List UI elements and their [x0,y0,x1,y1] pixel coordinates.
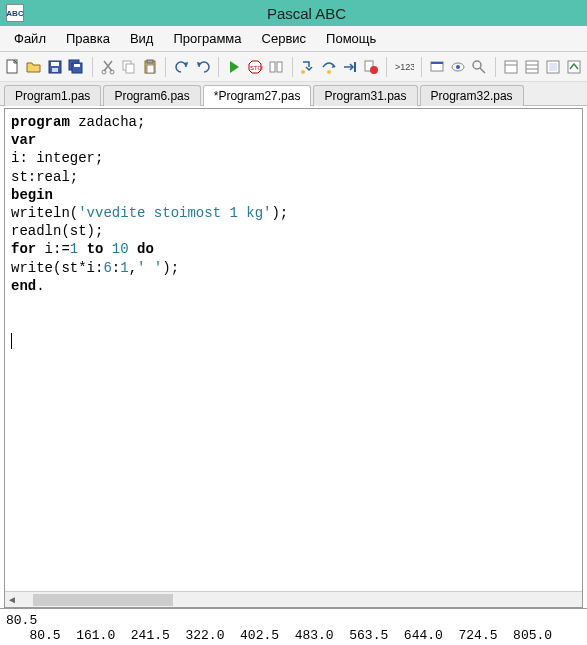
save-all-button[interactable] [67,56,86,78]
module-button-2[interactable] [522,56,541,78]
view-output-button[interactable] [428,56,447,78]
code-text: zadacha; [70,114,146,130]
svg-rect-13 [147,65,154,73]
code-text: ); [162,260,179,276]
compile-button[interactable] [267,56,286,78]
svg-point-27 [456,65,460,69]
editor-frame: program zadacha; var i: integer; st:real… [4,108,583,608]
code-text: st:real; [11,169,78,185]
step-over-button[interactable] [319,56,338,78]
menu-edit[interactable]: Правка [60,29,116,48]
run-to-cursor-button[interactable] [340,56,359,78]
svg-rect-30 [505,61,517,73]
toolbar-separator [292,57,293,77]
code-keyword: program [11,114,70,130]
new-file-button[interactable] [4,56,23,78]
scroll-left-arrow[interactable]: ◄ [5,593,19,607]
toggle-breakpoint-button[interactable] [361,56,380,78]
scroll-thumb[interactable] [33,594,173,606]
step-into-button[interactable] [298,56,317,78]
toolbar-separator [386,57,387,77]
code-keyword: var [11,132,36,148]
code-text: i:= [36,241,70,257]
code-text: , [129,260,137,276]
code-keyword: begin [11,187,53,203]
tab-strip: Program1.pas Program6.pas *Program27.pas… [0,82,587,106]
svg-rect-20 [354,62,356,72]
toolbar-separator [218,57,219,77]
svg-rect-17 [277,62,282,72]
svg-rect-10 [126,64,134,73]
code-text: i: integer; [11,150,103,166]
find-button[interactable] [470,56,489,78]
code-number: 1 [120,260,128,276]
code-number: 10 [112,241,129,257]
code-text: : [112,260,120,276]
code-text: writeln( [11,205,78,221]
code-keyword: for [11,241,36,257]
code-text: ); [271,205,288,221]
save-button[interactable] [46,56,65,78]
code-number: 1 [70,241,78,257]
run-button[interactable] [225,56,244,78]
svg-point-22 [370,66,378,74]
text-cursor [11,333,12,349]
code-number: 6 [103,260,111,276]
svg-rect-2 [51,62,59,66]
menu-help[interactable]: Помощь [320,29,382,48]
menu-view[interactable]: Вид [124,29,160,48]
code-text: readln(st); [11,223,103,239]
undo-button[interactable] [172,56,191,78]
paste-button[interactable] [140,56,159,78]
view-watch-button[interactable] [449,56,468,78]
svg-rect-12 [147,60,153,63]
module-button-1[interactable] [501,56,520,78]
svg-point-18 [301,70,305,74]
code-text: write(st*i: [11,260,103,276]
tab-program1[interactable]: Program1.pas [4,85,101,106]
toolbar-separator [495,57,496,77]
svg-rect-16 [270,62,275,72]
code-string: ' ' [137,260,162,276]
svg-point-28 [473,61,481,69]
cut-button[interactable] [99,56,118,78]
copy-button[interactable] [119,56,138,78]
menu-file[interactable]: Файл [8,29,52,48]
module-button-3[interactable] [543,56,562,78]
redo-button[interactable] [193,56,212,78]
svg-rect-25 [431,62,443,64]
module-button-4[interactable] [564,56,583,78]
stop-button[interactable]: STOP [246,56,265,78]
code-editor[interactable]: program zadacha; var i: integer; st:real… [5,109,582,591]
svg-line-29 [480,68,485,73]
code-string: 'vvedite stoimost 1 kg' [78,205,271,221]
tab-program27[interactable]: *Program27.pas [203,85,312,106]
menu-bar: Файл Правка Вид Программа Сервис Помощь [0,26,587,52]
toolbar: STOP >123 [0,52,587,82]
tab-program6[interactable]: Program6.pas [103,85,200,106]
output-panel: 80.5 80.5 161.0 241.5 322.0 402.5 483.0 … [0,608,587,645]
horizontal-scrollbar[interactable]: ◄ [5,591,582,607]
menu-service[interactable]: Сервис [256,29,313,48]
svg-text:STOP: STOP [250,65,263,71]
svg-point-19 [327,70,331,74]
menu-program[interactable]: Программа [167,29,247,48]
svg-rect-3 [52,68,58,72]
toolbar-separator [165,57,166,77]
svg-rect-32 [526,61,538,73]
code-keyword: do [129,241,154,257]
watch-button[interactable]: >123 [393,56,415,78]
output-line: 80.5 161.0 241.5 322.0 402.5 483.0 563.5… [6,628,552,643]
code-keyword: end [11,278,36,294]
output-line: 80.5 [6,613,37,628]
tab-program32[interactable]: Program32.pas [420,85,524,106]
code-text: . [36,278,44,294]
app-logo: ABC [6,4,24,22]
open-file-button[interactable] [25,56,44,78]
title-bar: ABC Pascal ABC [0,0,587,26]
window-title: Pascal ABC [32,5,581,22]
tab-program31[interactable]: Program31.pas [313,85,417,106]
svg-rect-6 [74,64,80,67]
code-keyword: to [78,241,112,257]
svg-rect-36 [549,63,557,71]
